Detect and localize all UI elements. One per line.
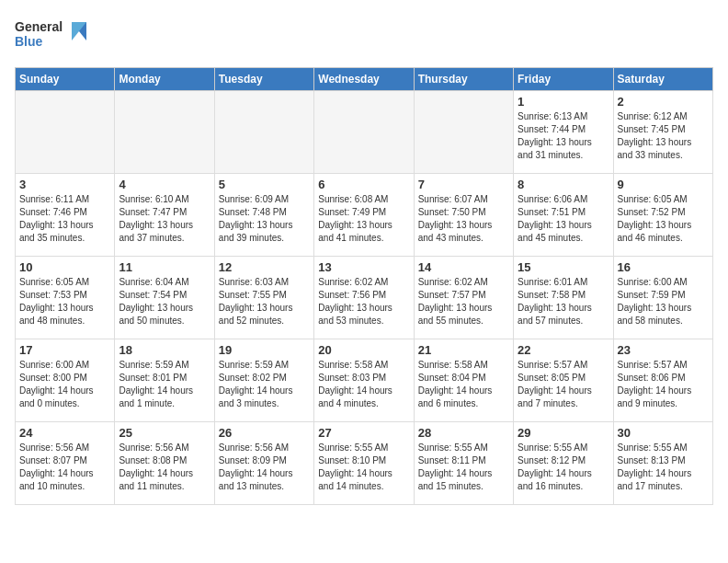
day-cell: 5Sunrise: 6:09 AMSunset: 7:48 PMDaylight… (214, 174, 313, 257)
week-row-1: 1Sunrise: 6:13 AMSunset: 7:44 PMDaylight… (16, 91, 713, 174)
day-number: 19 (219, 343, 310, 357)
day-cell: 29Sunrise: 5:55 AMSunset: 8:12 PMDayligh… (514, 422, 613, 505)
day-number: 20 (318, 343, 409, 357)
day-info: Sunrise: 6:00 AMSunset: 8:00 PMDaylight:… (19, 359, 110, 410)
day-cell: 30Sunrise: 5:55 AMSunset: 8:13 PMDayligh… (613, 422, 712, 505)
calendar-table: SundayMondayTuesdayWednesdayThursdayFrid… (15, 67, 713, 505)
day-number: 17 (19, 343, 110, 357)
day-cell: 21Sunrise: 5:58 AMSunset: 8:04 PMDayligh… (414, 339, 513, 422)
day-info: Sunrise: 6:06 AMSunset: 7:51 PMDaylight:… (518, 193, 609, 245)
day-info: Sunrise: 5:55 AMSunset: 8:13 PMDaylight:… (618, 442, 709, 493)
day-info: Sunrise: 6:05 AMSunset: 7:53 PMDaylight:… (19, 276, 110, 327)
day-cell: 6Sunrise: 6:08 AMSunset: 7:49 PMDaylight… (314, 174, 414, 257)
day-number: 6 (318, 178, 409, 191)
week-row-4: 17Sunrise: 6:00 AMSunset: 8:00 PMDayligh… (16, 339, 713, 422)
day-info: Sunrise: 5:55 AMSunset: 8:11 PMDaylight:… (418, 442, 509, 493)
day-info: Sunrise: 5:59 AMSunset: 8:02 PMDaylight:… (219, 359, 310, 410)
day-cell: 24Sunrise: 5:56 AMSunset: 8:07 PMDayligh… (16, 422, 115, 505)
column-header-sunday: Sunday (16, 68, 115, 91)
column-header-friday: Friday (514, 68, 613, 91)
day-number: 1 (518, 95, 609, 109)
day-info: Sunrise: 5:56 AMSunset: 8:09 PMDaylight:… (219, 442, 310, 493)
day-number: 9 (618, 178, 709, 191)
week-row-2: 3Sunrise: 6:11 AMSunset: 7:46 PMDaylight… (16, 174, 713, 257)
day-number: 14 (418, 260, 509, 274)
day-info: Sunrise: 5:55 AMSunset: 8:12 PMDaylight:… (518, 442, 609, 493)
day-cell: 11Sunrise: 6:04 AMSunset: 7:54 PMDayligh… (115, 257, 214, 339)
day-number: 16 (618, 260, 709, 274)
day-info: Sunrise: 5:59 AMSunset: 8:01 PMDaylight:… (119, 359, 210, 410)
week-row-3: 10Sunrise: 6:05 AMSunset: 7:53 PMDayligh… (16, 257, 713, 339)
day-info: Sunrise: 6:13 AMSunset: 7:44 PMDaylight:… (518, 110, 609, 162)
day-info: Sunrise: 6:08 AMSunset: 7:49 PMDaylight:… (318, 193, 409, 245)
day-number: 25 (119, 426, 210, 440)
day-cell: 19Sunrise: 5:59 AMSunset: 8:02 PMDayligh… (214, 339, 313, 422)
day-number: 15 (518, 260, 609, 274)
day-cell: 22Sunrise: 5:57 AMSunset: 8:05 PMDayligh… (514, 339, 613, 422)
column-header-monday: Monday (115, 68, 214, 91)
day-cell: 3Sunrise: 6:11 AMSunset: 7:46 PMDaylight… (16, 174, 115, 257)
day-number: 13 (318, 260, 409, 274)
day-cell: 20Sunrise: 5:58 AMSunset: 8:03 PMDayligh… (314, 339, 414, 422)
day-number: 4 (119, 178, 210, 191)
day-cell: 12Sunrise: 6:03 AMSunset: 7:55 PMDayligh… (214, 257, 313, 339)
day-info: Sunrise: 6:11 AMSunset: 7:46 PMDaylight:… (19, 193, 110, 245)
day-info: Sunrise: 6:00 AMSunset: 7:59 PMDaylight:… (618, 276, 709, 327)
column-header-saturday: Saturday (613, 68, 712, 91)
day-cell: 14Sunrise: 6:02 AMSunset: 7:57 PMDayligh… (414, 257, 513, 339)
column-header-thursday: Thursday (414, 68, 513, 91)
day-number: 12 (219, 260, 310, 274)
day-cell: 10Sunrise: 6:05 AMSunset: 7:53 PMDayligh… (16, 257, 115, 339)
day-cell: 2Sunrise: 6:12 AMSunset: 7:45 PMDaylight… (613, 91, 712, 174)
day-cell: 25Sunrise: 5:56 AMSunset: 8:08 PMDayligh… (115, 422, 214, 505)
day-number: 27 (318, 426, 409, 440)
day-cell: 1Sunrise: 6:13 AMSunset: 7:44 PMDaylight… (514, 91, 613, 174)
day-info: Sunrise: 6:04 AMSunset: 7:54 PMDaylight:… (119, 276, 210, 327)
day-info: Sunrise: 5:58 AMSunset: 8:03 PMDaylight:… (318, 359, 409, 410)
page-header: General Blue (15, 15, 713, 56)
day-number: 23 (618, 343, 709, 357)
day-cell (115, 91, 214, 174)
day-number: 3 (19, 178, 110, 191)
day-number: 26 (219, 426, 310, 440)
day-cell: 15Sunrise: 6:01 AMSunset: 7:58 PMDayligh… (514, 257, 613, 339)
day-info: Sunrise: 6:05 AMSunset: 7:52 PMDaylight:… (618, 193, 709, 245)
day-info: Sunrise: 6:01 AMSunset: 7:58 PMDaylight:… (518, 276, 609, 327)
day-info: Sunrise: 5:55 AMSunset: 8:10 PMDaylight:… (318, 442, 409, 493)
day-number: 7 (418, 178, 509, 191)
day-number: 11 (119, 260, 210, 274)
day-info: Sunrise: 6:02 AMSunset: 7:56 PMDaylight:… (318, 276, 409, 327)
column-header-tuesday: Tuesday (214, 68, 313, 91)
day-cell: 13Sunrise: 6:02 AMSunset: 7:56 PMDayligh… (314, 257, 414, 339)
day-cell: 9Sunrise: 6:05 AMSunset: 7:52 PMDaylight… (613, 174, 712, 257)
svg-text:Blue: Blue (15, 34, 43, 49)
day-number: 22 (518, 343, 609, 357)
day-number: 21 (418, 343, 509, 357)
day-number: 5 (219, 178, 310, 191)
day-cell: 16Sunrise: 6:00 AMSunset: 7:59 PMDayligh… (613, 257, 712, 339)
day-cell (16, 91, 115, 174)
day-cell: 26Sunrise: 5:56 AMSunset: 8:09 PMDayligh… (214, 422, 313, 505)
day-info: Sunrise: 6:12 AMSunset: 7:45 PMDaylight:… (618, 110, 709, 162)
day-cell (214, 91, 313, 174)
day-info: Sunrise: 5:58 AMSunset: 8:04 PMDaylight:… (418, 359, 509, 410)
day-number: 29 (518, 426, 609, 440)
day-info: Sunrise: 6:02 AMSunset: 7:57 PMDaylight:… (418, 276, 509, 327)
logo: General Blue (15, 15, 88, 56)
day-info: Sunrise: 5:57 AMSunset: 8:06 PMDaylight:… (618, 359, 709, 410)
day-number: 10 (19, 260, 110, 274)
day-info: Sunrise: 5:56 AMSunset: 8:07 PMDaylight:… (19, 442, 110, 493)
day-cell: 7Sunrise: 6:07 AMSunset: 7:50 PMDaylight… (414, 174, 513, 257)
day-cell: 28Sunrise: 5:55 AMSunset: 8:11 PMDayligh… (414, 422, 513, 505)
day-number: 8 (518, 178, 609, 191)
day-cell: 18Sunrise: 5:59 AMSunset: 8:01 PMDayligh… (115, 339, 214, 422)
week-row-5: 24Sunrise: 5:56 AMSunset: 8:07 PMDayligh… (16, 422, 713, 505)
day-cell: 27Sunrise: 5:55 AMSunset: 8:10 PMDayligh… (314, 422, 414, 505)
day-number: 28 (418, 426, 509, 440)
day-cell: 23Sunrise: 5:57 AMSunset: 8:06 PMDayligh… (613, 339, 712, 422)
day-cell (414, 91, 513, 174)
day-number: 2 (618, 95, 709, 109)
day-cell: 17Sunrise: 6:00 AMSunset: 8:00 PMDayligh… (16, 339, 115, 422)
day-cell (314, 91, 414, 174)
day-number: 24 (19, 426, 110, 440)
